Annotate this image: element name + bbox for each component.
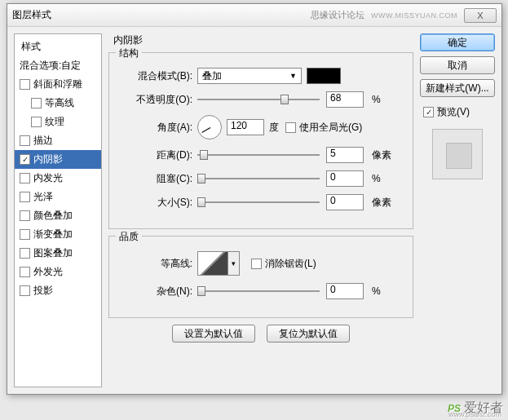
preview-thumbnail: [432, 129, 483, 179]
style-pattern-overlay[interactable]: 图案叠加: [15, 244, 101, 263]
checkbox[interactable]: [20, 79, 30, 90]
style-outer-glow[interactable]: 外发光: [15, 263, 101, 281]
noise-slider[interactable]: [197, 285, 320, 298]
blend-mode-dropdown[interactable]: 叠加▼: [197, 68, 302, 84]
style-bevel[interactable]: 斜面和浮雕: [15, 75, 101, 94]
checkbox[interactable]: [31, 98, 42, 108]
settings-panel: 内阴影 结构 混合模式(B): 叠加▼ 不透明度(O): 68 % 角度(A):: [108, 33, 413, 387]
global-light-label: 使用全局光(G): [299, 121, 362, 135]
watermark: PS 爱好者 www.psahz.com: [448, 400, 503, 417]
checkbox[interactable]: [20, 135, 30, 146]
panel-title: 内阴影: [113, 33, 413, 47]
noise-label: 杂色(N):: [119, 285, 197, 298]
layer-style-dialog: 图层样式 思缘设计论坛 WWW.MISSYUAN.COM X 样式 混合选项:自…: [7, 3, 502, 395]
checkbox[interactable]: [31, 117, 42, 127]
action-panel: 确定 取消 新建样式(W)... 预览(V): [420, 33, 495, 387]
blend-mode-label: 混合模式(B):: [119, 69, 197, 83]
checkbox[interactable]: [20, 192, 30, 202]
checkbox[interactable]: [20, 267, 30, 277]
size-input[interactable]: 0: [326, 194, 364, 210]
choke-slider[interactable]: [197, 172, 320, 185]
angle-dial[interactable]: [197, 115, 222, 139]
angle-input[interactable]: 120: [227, 119, 264, 135]
style-satin[interactable]: 光泽: [15, 188, 101, 206]
reset-default-button[interactable]: 复位为默认值: [267, 325, 350, 343]
choke-label: 阻塞(C):: [119, 172, 197, 186]
contour-dropdown-icon[interactable]: ▾: [228, 251, 240, 276]
opacity-input[interactable]: 68: [326, 91, 364, 108]
cancel-button[interactable]: 取消: [420, 56, 495, 74]
style-gradient-overlay[interactable]: 渐变叠加: [15, 225, 101, 244]
structure-legend: 结构: [116, 46, 142, 60]
angle-label: 角度(A):: [119, 121, 197, 135]
style-contour[interactable]: 等高线: [15, 94, 101, 113]
titlebar: 图层样式 思缘设计论坛 WWW.MISSYUAN.COM X: [7, 4, 501, 27]
shadow-color-swatch[interactable]: [307, 68, 341, 84]
size-slider[interactable]: [197, 196, 320, 209]
quality-fieldset: 品质 等高线: ▾ 消除锯齿(L) 杂色(N): 0 %: [108, 236, 413, 318]
opacity-slider[interactable]: [197, 93, 320, 106]
style-stroke[interactable]: 描边: [15, 131, 101, 150]
checkbox[interactable]: [20, 285, 30, 296]
ok-button[interactable]: 确定: [420, 33, 495, 51]
antialias-checkbox[interactable]: [251, 259, 262, 269]
choke-input[interactable]: 0: [326, 170, 364, 187]
distance-input[interactable]: 5: [326, 147, 364, 163]
quality-legend: 品质: [116, 230, 142, 244]
contour-label: 等高线:: [119, 257, 197, 271]
styles-list: 样式 混合选项:自定 斜面和浮雕 等高线 纹理 描边 内阴影 内发光 光泽 颜色…: [14, 33, 102, 387]
checkbox[interactable]: [20, 248, 30, 259]
style-texture[interactable]: 纹理: [15, 113, 101, 131]
checkbox[interactable]: [20, 229, 30, 240]
style-inner-shadow[interactable]: 内阴影: [15, 150, 101, 169]
checkbox[interactable]: [20, 210, 30, 221]
style-color-overlay[interactable]: 颜色叠加: [15, 206, 101, 225]
checkbox[interactable]: [20, 173, 30, 183]
distance-label: 距离(D):: [119, 148, 197, 162]
styles-header[interactable]: 样式: [15, 38, 101, 56]
distance-slider[interactable]: [197, 148, 320, 161]
structure-fieldset: 结构 混合模式(B): 叠加▼ 不透明度(O): 68 % 角度(A): 120…: [108, 52, 413, 229]
noise-input[interactable]: 0: [326, 283, 364, 299]
size-label: 大小(S):: [119, 196, 197, 210]
antialias-label: 消除锯齿(L): [265, 257, 316, 271]
close-button[interactable]: X: [464, 8, 497, 23]
contour-picker[interactable]: [197, 251, 228, 276]
caret-down-icon: ▼: [289, 72, 297, 80]
titlebar-subtitle: 思缘设计论坛: [311, 9, 364, 21]
preview-label: 预览(V): [437, 105, 470, 119]
checkbox[interactable]: [20, 154, 30, 165]
new-style-button[interactable]: 新建样式(W)...: [420, 79, 495, 97]
style-drop-shadow[interactable]: 投影: [15, 281, 101, 300]
preview-checkbox[interactable]: [423, 107, 434, 117]
opacity-label: 不透明度(O):: [119, 93, 197, 107]
blending-options[interactable]: 混合选项:自定: [15, 56, 101, 75]
make-default-button[interactable]: 设置为默认值: [172, 325, 255, 343]
style-inner-glow[interactable]: 内发光: [15, 169, 101, 188]
global-light-checkbox[interactable]: [285, 122, 296, 133]
titlebar-url: WWW.MISSYUAN.COM: [371, 11, 457, 20]
dialog-title: 图层样式: [12, 8, 51, 22]
